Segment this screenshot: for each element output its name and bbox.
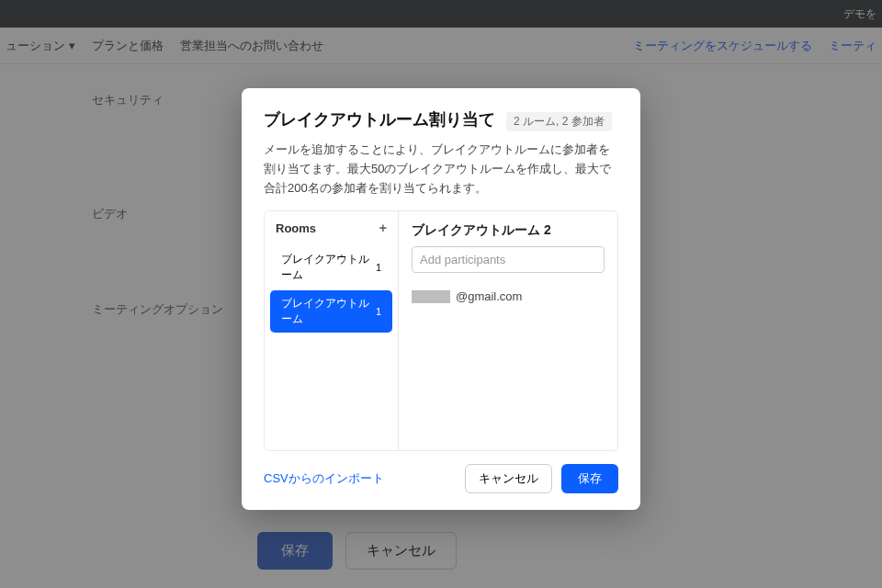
modal-description: メールを追加することにより、ブレイクアウトルームに参加者を割り当てます。最大50… xyxy=(264,141,618,198)
room-item-count: 1 xyxy=(376,306,381,317)
room-item-2[interactable]: ブレイクアウトルーム 1 xyxy=(270,290,392,333)
room-detail-title: ブレイクアウトルーム 2 xyxy=(412,222,605,239)
breakout-modal: ブレイクアウトルーム割り当て 2 ルーム, 2 参加者 メールを追加することによ… xyxy=(242,88,640,510)
add-room-button[interactable]: + xyxy=(379,220,387,235)
participant-row: @gmail.com xyxy=(412,289,605,303)
room-item-count: 1 xyxy=(376,262,381,273)
rooms-panel: Rooms + ブレイクアウトルーム 1 ブレイクアウトルーム 1 ブレイクアウ… xyxy=(264,210,618,451)
modal-title: ブレイクアウトルーム割り当て xyxy=(264,108,495,130)
room-item-1[interactable]: ブレイクアウトルーム 1 xyxy=(270,246,392,288)
participant-email-suffix: @gmail.com xyxy=(456,289,522,303)
add-participants-input[interactable] xyxy=(412,246,605,273)
csv-import-link[interactable]: CSVからのインポート xyxy=(264,470,384,487)
modal-summary-badge: 2 ルーム, 2 参加者 xyxy=(506,112,612,131)
room-detail: ブレイクアウトルーム 2 @gmail.com xyxy=(399,211,617,450)
modal-cancel-button[interactable]: キャンセル xyxy=(465,464,552,493)
participant-redacted xyxy=(412,290,450,303)
modal-overlay: ブレイクアウトルーム割り当て 2 ルーム, 2 参加者 メールを追加することによ… xyxy=(0,0,882,588)
rooms-list: Rooms + ブレイクアウトルーム 1 ブレイクアウトルーム 1 xyxy=(265,211,399,450)
room-item-label: ブレイクアウトルーム xyxy=(281,252,376,283)
room-item-label: ブレイクアウトルーム xyxy=(281,296,376,327)
rooms-header-label: Rooms xyxy=(276,221,316,235)
modal-save-button[interactable]: 保存 xyxy=(561,464,618,493)
